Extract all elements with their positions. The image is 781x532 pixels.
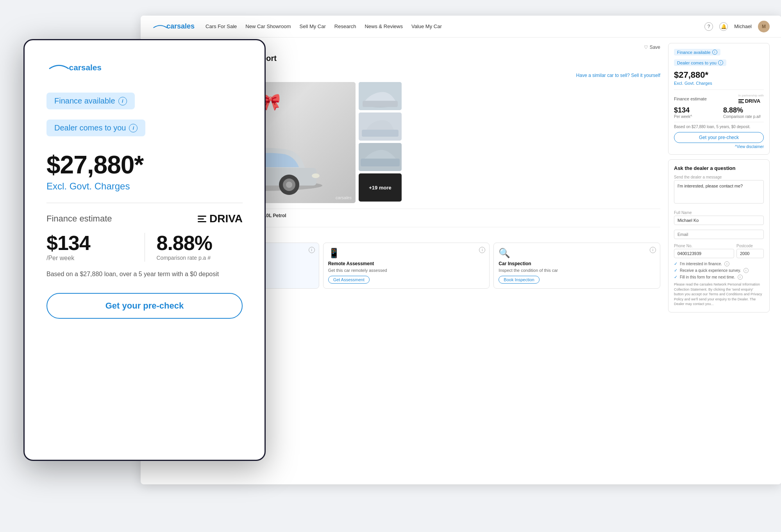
- checkbox-finance: ✓ I'm interested in finance. i: [674, 261, 764, 266]
- message-input[interactable]: I'm interested, please contact me?: [674, 180, 764, 204]
- finance-header: Finance estimate In partnership with DRI…: [674, 94, 764, 104]
- modal-finance-numbers: $134 /Per week 8.88% Comparison rate p.a…: [46, 233, 243, 262]
- inspection-icon: 🔍: [499, 248, 655, 259]
- survey-checkbox-info[interactable]: i: [743, 268, 749, 273]
- nav-news[interactable]: News & Reviews: [365, 23, 403, 29]
- message-group: Send the dealer a message I'm interested…: [674, 175, 764, 208]
- disclaimer-link[interactable]: ^View disclaimer: [674, 145, 764, 149]
- modal-weekly-amount: $134: [46, 233, 133, 253]
- svg-point-8: [312, 173, 320, 178]
- finance-info-circle[interactable]: i: [118, 97, 127, 105]
- phone-postcode-row: Phone No. Postcode: [674, 244, 764, 258]
- conf-btn-3[interactable]: Book Inspection: [499, 276, 539, 284]
- modal-driva-logo: DRIVA: [198, 212, 243, 225]
- notification-icon[interactable]: 🔔: [719, 22, 728, 31]
- rate-value: 8.88%: [723, 106, 764, 114]
- modal-excl-charges: Excl. Govt. Charges: [46, 181, 243, 192]
- rate-label: Comparison rate p.a#: [723, 114, 764, 119]
- dealer-badge-row: Dealer comes to you i: [674, 59, 764, 66]
- finance-available-badge: Finance available i: [46, 93, 135, 109]
- modal-precheck-button[interactable]: Get your pre-check: [46, 293, 243, 319]
- driva-lines-modal: [198, 216, 206, 222]
- check-icon-1: ✓: [674, 261, 677, 266]
- info-icon[interactable]: i: [309, 247, 315, 253]
- driva-logo: DRIVA: [738, 98, 764, 104]
- thumbnail-1[interactable]: [359, 82, 402, 110]
- nav-cars-for-sale[interactable]: Cars For Sale: [206, 23, 237, 29]
- modal-weekly-payment: $134 /Per week: [46, 233, 145, 262]
- info-circle-icon: i: [118, 97, 127, 105]
- modal-basis: Based on a $27,880 loan, over a 5 year t…: [46, 270, 243, 279]
- confidence-card-2: i 📱 Remote Assessment Get this car remot…: [323, 243, 490, 289]
- modal-comparison-rate: 8.88% Comparison rate p.a #: [145, 233, 243, 262]
- phone-input[interactable]: [674, 249, 734, 258]
- watermark: carsales: [336, 195, 352, 200]
- postcode-group: Postcode: [736, 244, 764, 258]
- remember-checkbox-info[interactable]: i: [738, 275, 743, 280]
- avatar[interactable]: M: [758, 21, 770, 32]
- checkbox-survey: ✓ Receive a quick experience survey. i: [674, 268, 764, 273]
- name-label: Full Name: [674, 211, 764, 215]
- modal-finance-label: Finance estimate: [46, 214, 112, 224]
- weekly-amount: $134: [674, 106, 715, 114]
- checkboxes: ✓ I'm interested in finance. i ✓ Receive…: [674, 261, 764, 280]
- thumbnail-3[interactable]: [359, 143, 402, 171]
- modal-divider: [46, 203, 243, 203]
- name-input[interactable]: [674, 216, 764, 225]
- nav-sell[interactable]: Sell My Car: [300, 23, 326, 29]
- nav-bar: carsales Cars For Sale New Car Showroom …: [141, 16, 781, 37]
- conf-desc-2: Get this car remotely assessed: [328, 268, 485, 273]
- badge-row: Finance available i: [674, 49, 764, 55]
- nav-links: Cars For Sale New Car Showroom Sell My C…: [206, 23, 693, 29]
- thumbnail-column: +19 more: [359, 82, 402, 203]
- price-card: Finance available i Dealer comes to you …: [668, 43, 770, 155]
- partner-text: In partnership with: [738, 94, 764, 97]
- dealer-info-icon[interactable]: i: [718, 60, 723, 65]
- excl-charges: Excl. Govt. Charges: [674, 81, 764, 86]
- privacy-text: Please read the carsales Network Persona…: [674, 282, 764, 307]
- info-icon-3[interactable]: i: [650, 247, 656, 253]
- checkbox-remember: ✓ Fill in this form for me next time. i: [674, 275, 764, 280]
- confidence-card-3: i 🔍 Car Inspection Inspect the condition…: [493, 243, 660, 289]
- finance-modal-card: carsales Finance available i Dealer come…: [23, 39, 266, 461]
- conf-btn-2[interactable]: Get Assessment: [328, 276, 370, 284]
- right-sidebar: Finance available i Dealer comes to you …: [668, 43, 770, 479]
- thumbnail-more[interactable]: +19 more: [359, 173, 402, 202]
- site-logo[interactable]: carsales: [152, 22, 195, 30]
- conf-title-3: Car Inspection: [499, 261, 655, 266]
- modal-rate-label: Comparison rate p.a #: [157, 255, 243, 261]
- check-icon-2: ✓: [674, 268, 677, 273]
- ask-dealer-card: Ask the dealer a question Send the deale…: [668, 159, 770, 312]
- modal-finance-header: Finance estimate DRIVA: [46, 212, 243, 225]
- modal-dealer-badge: Dealer comes to you i: [46, 120, 243, 142]
- remote-icon: 📱: [328, 248, 485, 259]
- conf-desc-3: Inspect the condition of this car: [499, 268, 655, 273]
- dealer-comes-badge: Dealer comes to you i: [46, 120, 145, 136]
- svg-point-7: [286, 182, 292, 188]
- nav-research[interactable]: Research: [334, 23, 356, 29]
- help-icon[interactable]: ?: [704, 22, 713, 31]
- postcode-input[interactable]: [736, 249, 764, 258]
- precheck-button-sidebar[interactable]: Get your pre-check: [674, 132, 764, 143]
- check-icon-3: ✓: [674, 275, 677, 280]
- nav-new-car[interactable]: New Car Showroom: [245, 23, 291, 29]
- postcode-label: Postcode: [736, 244, 764, 248]
- thumbnail-2[interactable]: [359, 112, 402, 141]
- finance-checkbox-info[interactable]: i: [724, 261, 729, 266]
- heart-icon: ♡: [644, 45, 648, 50]
- email-input[interactable]: [674, 230, 764, 239]
- save-button[interactable]: ♡ Save: [644, 45, 660, 50]
- driva-lines-icon: [738, 99, 744, 103]
- sell-link[interactable]: Have a similar car to sell? Sell it your…: [576, 73, 660, 78]
- nav-value[interactable]: Value My Car: [411, 23, 442, 29]
- phone-group: Phone No.: [674, 244, 734, 258]
- nav-actions: ? 🔔 Michael M: [704, 21, 770, 32]
- finance-numbers: $134 Per week^ 8.88% Comparison rate p.a…: [674, 106, 764, 122]
- modal-rate-value: 8.88%: [157, 233, 243, 253]
- dealer-info-circle: i: [129, 124, 138, 132]
- svg-text:carsales: carsales: [69, 63, 102, 72]
- ask-dealer-title: Ask the dealer a question: [674, 165, 764, 171]
- finance-info-icon[interactable]: i: [712, 50, 717, 55]
- weekly-sub: Per week^: [674, 114, 715, 119]
- name-group: Full Name: [674, 211, 764, 227]
